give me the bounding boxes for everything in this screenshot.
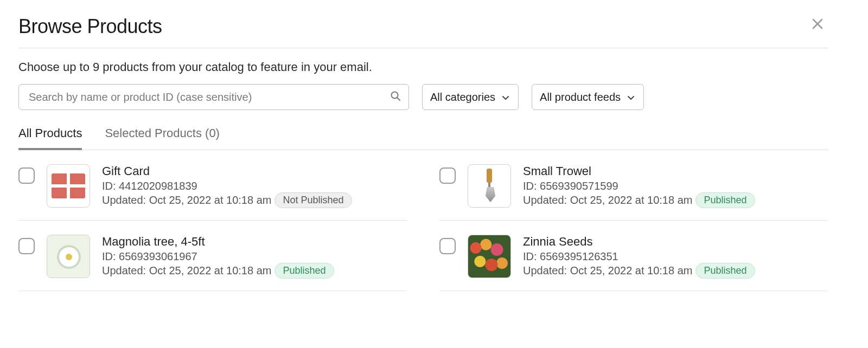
- product-grid: Gift CardID: 4412020981839Updated: Oct 2…: [18, 150, 828, 291]
- status-badge: Not Published: [275, 192, 352, 208]
- product-checkbox[interactable]: [18, 167, 35, 184]
- product-info: Gift CardID: 4412020981839Updated: Oct 2…: [102, 164, 407, 208]
- category-filter-dropdown[interactable]: All categories: [422, 84, 519, 110]
- product-updated: Updated: Oct 25, 2022 at 10:18 am: [523, 194, 692, 207]
- product-info: Magnolia tree, 4-5ftID: 6569393061967Upd…: [102, 235, 407, 279]
- product-checkbox[interactable]: [439, 238, 456, 254]
- feed-filter-label: All product feeds: [540, 91, 621, 104]
- status-badge: Published: [695, 192, 755, 208]
- product-id: ID: 6569390571599: [523, 180, 828, 192]
- product-thumbnail: [47, 235, 90, 278]
- product-row: Small TrowelID: 6569390571599Updated: Oc…: [439, 150, 828, 221]
- product-checkbox[interactable]: [18, 238, 35, 254]
- browse-products-dialog: Browse Products Choose up to 9 products …: [0, 0, 846, 291]
- product-updated: Updated: Oct 25, 2022 at 10:18 am: [102, 265, 271, 277]
- product-thumbnail: [468, 164, 511, 208]
- chevron-down-icon: [502, 91, 509, 104]
- product-updated: Updated: Oct 25, 2022 at 10:18 am: [102, 194, 271, 207]
- product-tabs: All Products Selected Products (0): [18, 126, 828, 150]
- search-icon: [390, 91, 401, 104]
- product-id: ID: 4412020981839: [102, 180, 407, 192]
- controls-row: All categories All product feeds: [18, 84, 828, 110]
- search-input[interactable]: [19, 91, 409, 104]
- tab-selected-products[interactable]: Selected Products (0): [105, 126, 220, 150]
- tab-all-products[interactable]: All Products: [18, 126, 82, 150]
- product-row: Magnolia tree, 4-5ftID: 6569393061967Upd…: [18, 221, 407, 291]
- category-filter-label: All categories: [430, 91, 495, 104]
- product-name: Zinnia Seeds: [523, 235, 828, 249]
- product-thumbnail: [47, 164, 90, 208]
- product-updated: Updated: Oct 25, 2022 at 10:18 am: [523, 265, 692, 277]
- chevron-down-icon: [627, 91, 635, 104]
- svg-point-0: [392, 92, 398, 99]
- product-checkbox[interactable]: [439, 167, 456, 184]
- feed-filter-dropdown[interactable]: All product feeds: [532, 84, 644, 110]
- product-id: ID: 6569393061967: [102, 250, 407, 263]
- product-name: Magnolia tree, 4-5ft: [102, 235, 407, 249]
- status-badge: Published: [695, 263, 755, 279]
- status-badge: Published: [275, 263, 334, 279]
- dialog-header: Browse Products: [18, 15, 828, 48]
- product-id: ID: 6569395126351: [523, 250, 828, 263]
- product-row: Zinnia SeedsID: 6569395126351Updated: Oc…: [439, 221, 828, 291]
- product-info: Small TrowelID: 6569390571599Updated: Oc…: [523, 164, 828, 208]
- search-field[interactable]: [18, 84, 409, 110]
- product-name: Small Trowel: [523, 164, 828, 178]
- product-thumbnail: [468, 235, 511, 278]
- product-row: Gift CardID: 4412020981839Updated: Oct 2…: [18, 150, 407, 221]
- dialog-title: Browse Products: [18, 15, 162, 38]
- product-info: Zinnia SeedsID: 6569395126351Updated: Oc…: [523, 235, 828, 279]
- dialog-subtitle: Choose up to 9 products from your catalo…: [18, 60, 828, 74]
- product-name: Gift Card: [102, 164, 407, 178]
- svg-line-1: [398, 98, 400, 101]
- close-icon[interactable]: [807, 15, 828, 35]
